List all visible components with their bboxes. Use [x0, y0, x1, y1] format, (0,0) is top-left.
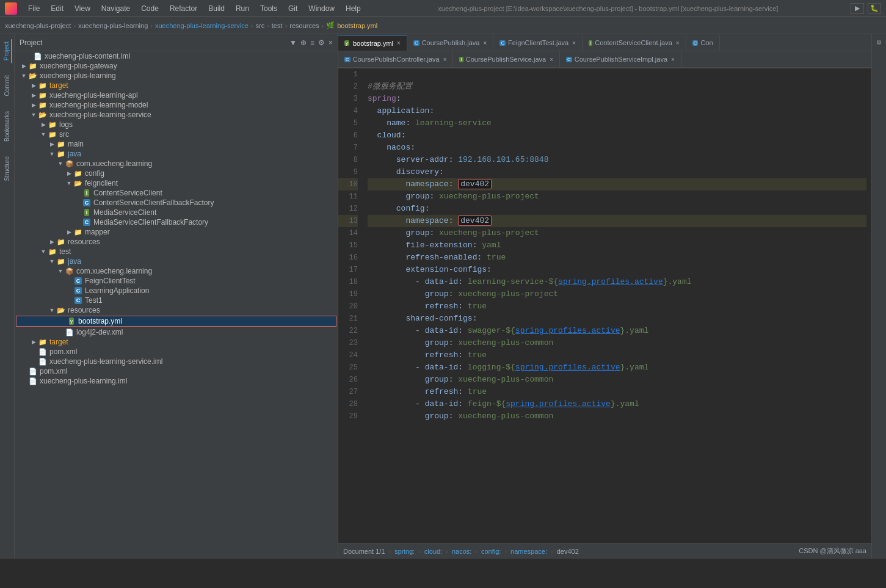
tree-item-log4j2[interactable]: 📄 log4j2-dev.xml	[15, 327, 338, 337]
tree-item-learning-service[interactable]: ▼ 📂 xuecheng-plus-learning-service	[15, 110, 338, 120]
menu-tools[interactable]: Tools	[255, 2, 282, 15]
tree-item-config[interactable]: ▶ 📁 config	[15, 169, 338, 178]
tree-item-feignclient[interactable]: ▼ 📂 feignclient	[15, 178, 338, 188]
left-tab-structure[interactable]: Structure	[2, 154, 12, 184]
left-tab-commit[interactable]: Commit	[2, 73, 12, 98]
tree-item-FeignClientTest[interactable]: C FeignClientTest	[15, 276, 338, 286]
window-title: xuecheng-plus-project [E:\idea-workspace…	[366, 5, 851, 12]
code-line-29: group: xuecheng-plus-common	[368, 410, 866, 423]
tree-item-pom-service[interactable]: 📄 pom.xml	[15, 347, 338, 357]
tree-item-com-xc-learning-test[interactable]: ▼ 📦 com.xuecheng.learning	[15, 266, 338, 276]
tab-CoursePublishService[interactable]: I CoursePublishService.java ×	[453, 51, 560, 67]
tree-item-learning[interactable]: ▼ 📂 xuecheng-plus-learning	[15, 71, 338, 81]
tab-close-icon[interactable]: ×	[443, 56, 447, 63]
status-path-nacos[interactable]: nacos:	[452, 548, 471, 555]
menu-git[interactable]: Git	[283, 2, 302, 15]
tree-label: target	[49, 338, 68, 346]
tree-label: log4j2-dev.xml	[76, 328, 123, 336]
breadcrumb-src[interactable]: src	[255, 22, 264, 29]
tab-CoursePublishServiceImpl[interactable]: C CoursePublishServiceImpl.java ×	[560, 51, 681, 67]
tree-item-bootstrap-yml[interactable]: y bootstrap.yml	[16, 316, 336, 327]
code-editor[interactable]: 12345 6789 10 1112 13 1415161718 1920212…	[338, 68, 871, 543]
menu-view[interactable]: View	[70, 2, 95, 15]
breadcrumb-resources[interactable]: resources	[289, 22, 319, 29]
tree-item-Test1[interactable]: C Test1	[15, 296, 338, 305]
project-locate-icon[interactable]: ⊕	[300, 38, 307, 47]
tree-item-ContentServiceClientFallback[interactable]: C ContentServiceClientFallbackFactory	[15, 198, 338, 208]
tree-item-target1[interactable]: ▶ 📁 target	[15, 81, 338, 90]
menu-refactor[interactable]: Refactor	[165, 2, 202, 15]
tree-item-logs[interactable]: ▶ 📁 logs	[15, 120, 338, 129]
folder-open-icon: 📂	[56, 306, 66, 314]
C-tab-icon: C	[344, 57, 350, 62]
tree-label: pom.xml	[49, 347, 77, 356]
tab-close-icon[interactable]: ×	[671, 56, 675, 63]
tree-item-resources-test[interactable]: ▼ 📂 resources	[15, 305, 338, 315]
code-line-15: file-extension: yaml	[368, 239, 866, 252]
status-path-config[interactable]: config:	[481, 548, 501, 555]
debug-button[interactable]: 🐛	[868, 3, 881, 14]
tree-item-mapper[interactable]: ▶ 📁 mapper	[15, 227, 338, 237]
project-close-icon[interactable]: ×	[329, 38, 333, 47]
left-tab-project[interactable]: Project	[2, 39, 12, 63]
run-button[interactable]: ▶	[851, 3, 864, 14]
tab-close-icon[interactable]: ×	[397, 40, 401, 46]
tree-item-java-test[interactable]: ▼ 📁 java	[15, 256, 338, 266]
tree-item-xcplus-content[interactable]: 📄 xuecheng-plus-content.iml	[15, 51, 338, 61]
tree-label: com.xuecheng.learning	[76, 267, 152, 275]
breadcrumb-test[interactable]: test	[272, 22, 283, 29]
tree-item-learning-model[interactable]: ▶ 📁 xuecheng-plus-learning-model	[15, 100, 338, 110]
tab-CoursePublishController[interactable]: C CoursePublishController.java ×	[338, 51, 453, 67]
menu-edit[interactable]: Edit	[46, 2, 68, 15]
menu-help[interactable]: Help	[341, 2, 366, 15]
status-path-spring[interactable]: spring:	[394, 548, 415, 555]
tab-bootstrap-yml[interactable]: y bootstrap.yml ×	[338, 35, 407, 51]
tree-item-target2[interactable]: ▶ 📁 target	[15, 337, 338, 347]
menu-code[interactable]: Code	[136, 2, 164, 15]
tree-item-LearningApplication[interactable]: C LearningApplication	[15, 286, 338, 296]
right-sidebar-btn[interactable]: ⚙	[875, 37, 883, 48]
tree-item-pom-root[interactable]: 📄 pom.xml	[15, 366, 338, 376]
breadcrumb-file[interactable]: bootstrap.yml	[337, 22, 377, 29]
tree-item-learning-api[interactable]: ▶ 📁 xuecheng-plus-learning-api	[15, 90, 338, 100]
tab-close-icon[interactable]: ×	[676, 40, 680, 46]
tree-item-gateway[interactable]: ▶ 📁 xuecheng-plus-gateway	[15, 61, 338, 71]
tree-item-test[interactable]: ▼ 📁 test	[15, 247, 338, 256]
tab-close-icon[interactable]: ×	[483, 40, 487, 46]
project-header-dropdown[interactable]: ▼	[289, 38, 297, 47]
status-path-cloud[interactable]: cloud:	[424, 548, 442, 555]
tree-item-com-xc-learning[interactable]: ▼ 📦 com.xuecheng.learning	[15, 159, 338, 169]
tree-item-ContentServiceClient[interactable]: I ContentServiceClient	[15, 188, 338, 198]
tab-close-icon[interactable]: ×	[550, 56, 553, 63]
tree-item-MediaServiceClientFallback[interactable]: C MediaServiceClientFallbackFactory	[15, 217, 338, 227]
editor-tabs-row2: C CoursePublishController.java × I Cours…	[338, 51, 871, 68]
menu-build[interactable]: Build	[203, 2, 230, 15]
tree-item-MediaServiceClient[interactable]: I MediaServiceClient	[15, 208, 338, 217]
breadcrumb-service[interactable]: xuecheng-plus-learning-service	[155, 22, 249, 29]
project-settings-icon[interactable]: ⚙	[318, 38, 325, 47]
tree-item-resources-main[interactable]: ▶ 📁 resources	[15, 237, 338, 247]
tree-item-learning-iml[interactable]: 📄 xuecheng-plus-learning.iml	[15, 376, 338, 386]
tree-item-java-main[interactable]: ▼ 📁 java	[15, 149, 338, 159]
menu-navigate[interactable]: Navigate	[96, 2, 135, 15]
menu-file[interactable]: File	[23, 2, 45, 15]
left-tab-bookmarks[interactable]: Bookmarks	[2, 109, 12, 144]
tab-FeignClientTest[interactable]: C FeignClientTest.java ×	[493, 35, 583, 51]
tree-item-service-iml[interactable]: 📄 xuecheng-plus-learning-service.iml	[15, 357, 338, 366]
tree-item-main[interactable]: ▶ 📁 main	[15, 139, 338, 149]
menu-run[interactable]: Run	[231, 2, 254, 15]
breadcrumb-project[interactable]: xuecheng-plus-project	[5, 22, 71, 29]
tab-close-icon[interactable]: ×	[572, 40, 576, 46]
folder-icon: 📁	[28, 62, 38, 70]
tab-ContentServiceClient[interactable]: I ContentServiceClient.java ×	[583, 35, 686, 51]
tree-label: src	[59, 130, 69, 139]
tree-label: xuecheng-plus-content.iml	[45, 52, 130, 60]
status-path-namespace[interactable]: namespace:	[510, 548, 547, 555]
menu-window[interactable]: Window	[303, 2, 340, 15]
tab-CoursePublish[interactable]: C CoursePublish.java ×	[407, 35, 493, 51]
project-collapse-icon[interactable]: ≡	[310, 38, 314, 47]
xml-icon: 📄	[65, 328, 74, 336]
tab-Con[interactable]: C Con	[686, 35, 720, 51]
breadcrumb-learning[interactable]: xuecheng-plus-learning	[78, 22, 148, 29]
tree-item-src[interactable]: ▼ 📁 src	[15, 129, 338, 139]
